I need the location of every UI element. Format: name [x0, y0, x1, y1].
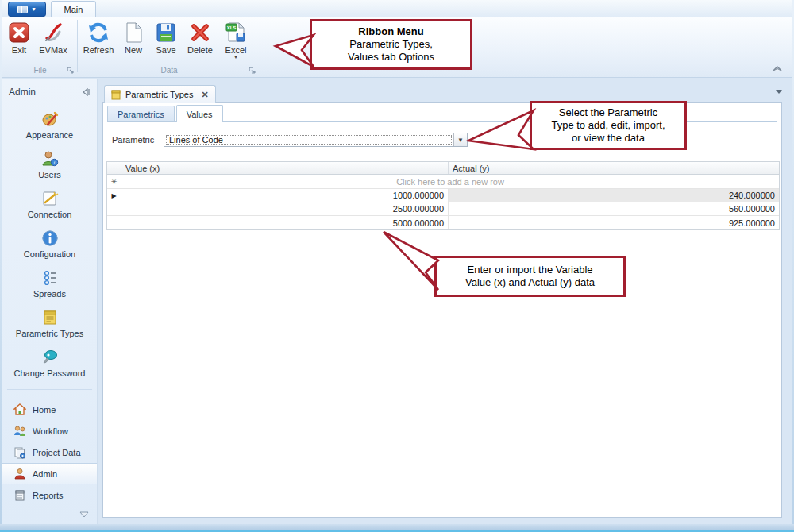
nav-item-workflow[interactable]: Workflow [2, 420, 97, 441]
users-icon: i [41, 150, 59, 168]
chevron-down-icon: ▼ [31, 6, 37, 12]
excel-button[interactable]: XLS Excel ▼ [218, 19, 254, 60]
sidebar-title: Admin [9, 87, 36, 98]
exit-icon [7, 21, 31, 44]
values-grid: Value (x) Actual (y) ✳ Click here to add… [106, 161, 780, 230]
application-window: ▼ Main Exit [0, 0, 794, 532]
workflow-icon [13, 425, 26, 438]
tabstrip-dropdown-icon[interactable] [775, 89, 783, 94]
sidebar-item-parametric-types[interactable]: Parametric Types [2, 303, 97, 343]
new-button[interactable]: New [118, 19, 149, 60]
sidebar-item-spreads[interactable]: Spreads [2, 264, 97, 303]
new-icon [121, 21, 145, 44]
delete-button[interactable]: Delete [183, 19, 218, 60]
cell-value-x[interactable]: 5000.000000 [121, 216, 449, 229]
nav-item-home[interactable]: Home [2, 399, 97, 420]
svg-text:XLS: XLS [227, 25, 237, 30]
combobox-dropdown-button[interactable]: ▼ [453, 133, 467, 146]
tab-parametrics[interactable]: Parametrics [107, 106, 175, 121]
callout-line: or view the data [572, 132, 645, 145]
callout-line: Values tab Options [348, 51, 434, 64]
nav-item-project-data[interactable]: Project Data [2, 441, 97, 463]
new-row-indicator-icon: ✳ [107, 175, 121, 188]
delete-label: Delete [187, 46, 213, 55]
column-header-actual-y[interactable]: Actual (y) [449, 162, 779, 174]
sidebar-item-label: Appearance [26, 130, 73, 140]
close-tab-icon[interactable]: ✕ [201, 90, 208, 100]
save-icon [154, 21, 178, 44]
admin-icon [13, 468, 26, 480]
grid-new-row[interactable]: ✳ Click here to add a new row [107, 175, 779, 189]
application-menu-button[interactable]: ▼ [8, 2, 46, 17]
dialog-launcher-icon[interactable] [67, 67, 75, 75]
ribbon-tab-main[interactable]: Main [51, 1, 96, 17]
sidebar-item-connection[interactable]: Connection [2, 184, 97, 224]
new-label: New [125, 46, 142, 55]
grid-body: ✳ Click here to add a new row ▶ 1000.000… [106, 175, 780, 230]
excel-icon: XLS [224, 21, 248, 44]
cell-actual-y[interactable]: 925.000000 [449, 216, 779, 229]
grid-row-3[interactable]: 5000.000000 925.000000 [107, 216, 779, 229]
evmax-button[interactable]: EVMax [35, 19, 71, 55]
connection-icon [41, 190, 59, 207]
sidebar-item-label: Parametric Types [16, 329, 83, 338]
parametric-label: Parametric [112, 133, 154, 147]
delete-icon [188, 21, 212, 44]
callout-line: Value (x) and Actual (y) data [465, 276, 595, 289]
tab-values[interactable]: Values [176, 105, 223, 122]
refresh-icon [87, 21, 110, 44]
save-button[interactable]: Save [149, 19, 183, 60]
ribbon-tab-strip: ▼ Main [0, 0, 794, 17]
save-label: Save [156, 46, 175, 55]
home-icon [13, 403, 26, 416]
sidebar-item-appearance[interactable]: Appearance [2, 105, 97, 145]
sidebar-item-change-password[interactable]: Change Password [2, 343, 97, 383]
nav-item-label: Admin [33, 469, 57, 479]
nav-item-admin[interactable]: Admin [2, 463, 97, 484]
parametric-types-icon [41, 309, 59, 326]
ribbon-group-data: Refresh New [79, 17, 259, 76]
evmax-icon [41, 21, 65, 44]
configuration-icon [41, 229, 59, 247]
sidebar-divider [7, 389, 92, 390]
exit-button[interactable]: Exit [3, 19, 35, 55]
chevron-down-icon: ▼ [233, 55, 239, 60]
grid-header-row: Value (x) Actual (y) [106, 161, 780, 175]
cell-value-x[interactable]: 1000.000000 [121, 189, 449, 202]
column-header-value-x[interactable]: Value (x) [121, 162, 449, 174]
refresh-button[interactable]: Refresh [79, 19, 118, 60]
callout-select-parametric: Select the Parametric Type to add, edit,… [530, 101, 687, 150]
callout-line: Type to add, edit, import, [551, 119, 665, 132]
cell-actual-y[interactable]: 240.000000 [449, 189, 779, 202]
nav-item-reports[interactable]: Reports [2, 484, 97, 506]
grid-row-2[interactable]: 2500.000000 560.000000 [107, 202, 779, 216]
sidebar-admin-panel: Admin Appearance [2, 79, 98, 524]
document-tab-parametric-types[interactable]: Parametric Types ✕ [104, 85, 216, 103]
ribbon-group-file: Exit EVMax File [3, 17, 77, 76]
grid-row-1[interactable]: ▶ 1000.000000 240.000000 [107, 189, 779, 202]
parametric-combobox-value: Lines of Code [166, 135, 452, 145]
callout-line: Parametric Types, [349, 38, 433, 51]
application-icon [17, 6, 28, 13]
sidebar-nav-list: Home Workflow Project Data [2, 399, 97, 506]
parametric-types-icon [111, 90, 121, 100]
cell-value-x[interactable]: 2500.000000 [121, 202, 449, 215]
ribbon-collapse-chevron-icon[interactable] [772, 64, 783, 73]
sidebar-item-list: Appearance i Users Connection [2, 102, 97, 383]
refresh-label: Refresh [83, 46, 114, 55]
callout-title: Ribbon Menu [358, 25, 423, 38]
sidebar-item-label: Connection [28, 210, 72, 219]
parametric-combobox[interactable]: Lines of Code ▼ [164, 133, 468, 147]
sidebar-item-label: Configuration [24, 249, 75, 259]
row-focus-indicator-icon: ▶ [107, 189, 121, 202]
sidebar-item-configuration[interactable]: Configuration [2, 224, 97, 264]
callout-enter-data: Enter or import the Variable Value (x) a… [434, 256, 626, 297]
dialog-launcher-icon[interactable] [249, 67, 256, 75]
spreads-icon [41, 269, 59, 287]
change-password-icon [41, 349, 59, 366]
sidebar-item-users[interactable]: i Users [2, 145, 97, 184]
sidebar-collapse-icon[interactable] [81, 88, 91, 96]
callout-line: Select the Parametric [559, 106, 657, 119]
cell-actual-y[interactable]: 560.000000 [449, 202, 779, 215]
sidebar-overflow-chevron-icon[interactable] [79, 511, 89, 518]
